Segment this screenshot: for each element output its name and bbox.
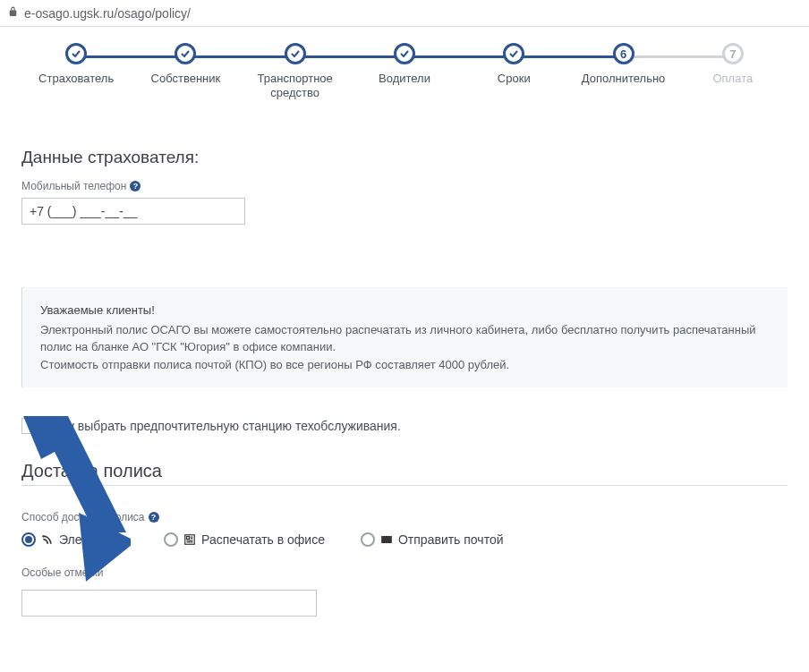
radio-icon — [21, 532, 36, 547]
step-label: Сроки — [498, 72, 531, 86]
info-notice: Уважаемые клиенты! Электронный полис ОСА… — [21, 287, 788, 387]
delivery-section: Доставка полиса Способ доставки полиса ?… — [21, 461, 788, 617]
notice-line: Электронный полис ОСАГО вы можете самост… — [40, 321, 770, 356]
step-number: 6 — [613, 43, 634, 64]
step-connector — [624, 55, 733, 58]
step-number: 7 — [722, 43, 744, 64]
step-label: Страхователь — [38, 72, 114, 86]
step-label: Оплата — [712, 72, 753, 86]
step-5[interactable]: Сроки — [459, 43, 568, 86]
notice-line: Стоимость отправки полиса почтой (КПО) в… — [40, 356, 770, 374]
document-icon — [183, 533, 196, 546]
step-label: Водители — [379, 72, 430, 86]
step-connector — [404, 55, 514, 58]
delivery-method-label: Способ доставки полиса — [21, 511, 145, 523]
radio-icon — [361, 532, 375, 547]
step-connector — [185, 55, 294, 58]
step-label: Собственник — [151, 72, 221, 86]
phone-label: Мобильный телефон — [21, 180, 126, 192]
service-station-checkbox-row[interactable]: Хочу выбрать предпочтительную станцию те… — [21, 418, 788, 434]
step-1[interactable]: Страхователь — [21, 43, 131, 86]
check-icon — [503, 43, 524, 64]
lock-icon — [7, 5, 24, 21]
section-heading: Данные страхователя: — [21, 148, 788, 167]
step-3[interactable]: Транспортное средство — [241, 43, 350, 99]
help-icon[interactable]: ? — [149, 512, 159, 523]
notice-title: Уважаемые клиенты! — [40, 302, 770, 319]
delivery-option[interactable]: Распечатать в офисе — [164, 532, 325, 547]
step-label: Транспортное средство — [258, 72, 333, 99]
insurer-section: Данные страхователя: Мобильный телефон ? — [21, 148, 788, 225]
checkbox-icon[interactable] — [21, 418, 38, 434]
phone-input[interactable] — [21, 198, 245, 225]
progress-stepper: СтраховательСобственникТранспортное сред… — [21, 27, 788, 112]
step-connector — [76, 55, 185, 58]
url-path: /osago/policy/ — [114, 6, 191, 21]
section-heading: Доставка полиса — [21, 461, 788, 481]
step-6[interactable]: 6Дополнительно — [568, 43, 677, 86]
address-bar[interactable]: e-osago.ugsk.ru/osago/policy/ — [0, 0, 809, 27]
help-icon[interactable]: ? — [130, 181, 141, 191]
check-icon — [65, 43, 87, 64]
radio-icon — [164, 532, 178, 547]
delivery-method-label-row: Способ доставки полиса ? — [21, 511, 788, 523]
step-4[interactable]: Водители — [350, 43, 459, 86]
step-connector — [295, 55, 404, 58]
step-2[interactable]: Собственник — [131, 43, 240, 86]
checkbox-label: Хочу выбрать предпочтительную станцию те… — [47, 419, 401, 433]
notes-label: Особые отметки — [21, 566, 788, 579]
delivery-options: ЭлектронноРаспечатать в офисеОтправить п… — [21, 532, 788, 547]
svg-rect-1 — [187, 537, 190, 540]
envelope-icon — [380, 533, 393, 546]
check-icon — [175, 43, 196, 64]
option-label: Распечатать в офисе — [201, 532, 325, 547]
notes-input[interactable] — [21, 590, 317, 617]
check-icon — [285, 43, 306, 64]
phone-label-row: Мобильный телефон ? — [21, 180, 788, 192]
url-host: e-osago.ugsk.ru — [24, 6, 114, 21]
step-label: Дополнительно — [582, 72, 666, 86]
rss-icon — [41, 533, 54, 546]
step-7[interactable]: 7Оплата — [678, 43, 788, 86]
option-label: Отправить почтой — [398, 532, 504, 547]
delivery-option[interactable]: Электронно — [21, 532, 128, 547]
step-connector — [514, 55, 623, 58]
delivery-option[interactable]: Отправить почтой — [361, 532, 504, 547]
option-label: Электронно — [59, 532, 128, 547]
check-icon — [394, 43, 415, 64]
